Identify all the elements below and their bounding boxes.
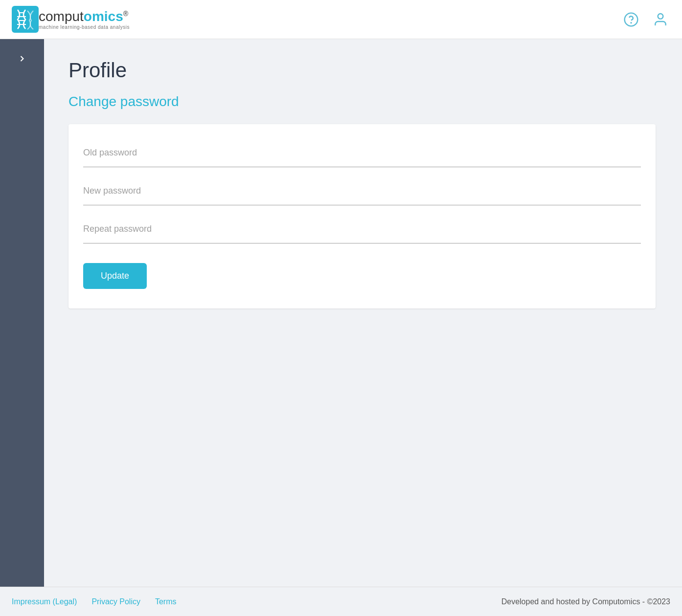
svg-point-5: [625, 13, 638, 26]
svg-point-7: [658, 14, 663, 19]
update-button[interactable]: Update: [83, 263, 147, 289]
user-icon-button[interactable]: [651, 10, 670, 29]
footer-copyright: Developed and hosted by Computomics - ©2…: [501, 597, 670, 606]
new-password-field: [83, 182, 641, 205]
sidebar-expand-button[interactable]: [12, 49, 32, 71]
help-icon-button[interactable]: [621, 10, 641, 29]
terms-link[interactable]: Terms: [155, 597, 177, 606]
logo-text: computomics® machine learning-based data…: [39, 9, 130, 30]
logo-omics-part: omics: [84, 9, 123, 24]
new-password-input[interactable]: [83, 182, 641, 200]
impressum-link[interactable]: Impressum (Legal): [12, 597, 77, 606]
logo-subtitle: machine learning-based data analysis: [39, 24, 130, 30]
old-password-field: [83, 144, 641, 167]
header: computomics® machine learning-based data…: [0, 0, 682, 39]
sidebar: [0, 39, 44, 587]
repeat-password-field: [83, 220, 641, 243]
footer: Impressum (Legal) Privacy Policy Terms D…: [0, 587, 682, 616]
logo-compute-part: comput: [39, 9, 84, 24]
content-area: Profile Change password Update: [44, 39, 682, 587]
old-password-input[interactable]: [83, 144, 641, 162]
dna-logo-icon: [12, 6, 39, 33]
repeat-password-input[interactable]: [83, 220, 641, 238]
logo-area: computomics® machine learning-based data…: [12, 6, 130, 33]
change-password-link[interactable]: Change password: [68, 94, 658, 110]
privacy-policy-link[interactable]: Privacy Policy: [91, 597, 140, 606]
logo-registered-symbol: ®: [123, 10, 128, 18]
footer-links: Impressum (Legal) Privacy Policy Terms: [12, 597, 177, 606]
main-layout: Profile Change password Update: [0, 39, 682, 587]
page-title: Profile: [68, 59, 658, 82]
logo-brand-name: computomics®: [39, 9, 130, 24]
password-form-card: Update: [68, 124, 656, 308]
header-icons: [621, 10, 670, 29]
